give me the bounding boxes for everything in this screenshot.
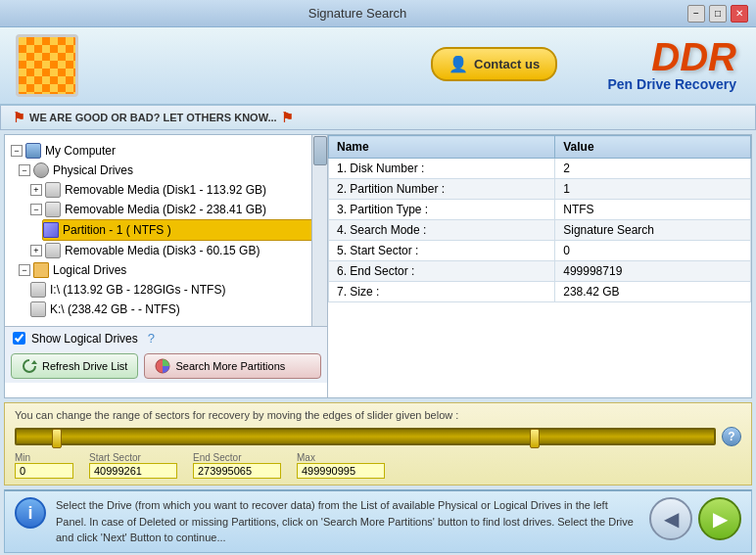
partition-icon (43, 222, 59, 238)
table-row: 4. Search Mode :Signature Search (329, 220, 751, 241)
slider-track[interactable] (15, 428, 716, 445)
hdd-icon (33, 162, 49, 178)
expand-icon-drive2[interactable]: − (30, 204, 42, 215)
window-title: Signature Search (27, 6, 687, 21)
close-button[interactable]: ✕ (731, 5, 748, 23)
end-input[interactable] (193, 463, 281, 479)
slider-help-icon[interactable]: ? (722, 427, 741, 446)
table-row: 1. Disk Number :2 (329, 159, 751, 179)
tree-logical2-label: K:\ (238.42 GB - - NTFS) (50, 302, 180, 316)
tree-area: − My Computer − Physical Drives + Remova… (5, 135, 327, 326)
table-row: 5. Start Sector :0 (329, 241, 751, 261)
slider-handle-left[interactable] (52, 429, 62, 448)
start-input[interactable] (89, 463, 177, 479)
tree-my-computer[interactable]: − My Computer (11, 141, 321, 161)
max-label: Max (297, 452, 315, 463)
logical2-icon (30, 301, 46, 317)
row-value: 2 (555, 159, 751, 179)
maximize-button[interactable]: □ (709, 5, 727, 23)
svg-marker-0 (31, 360, 37, 364)
main-panel: − My Computer − Physical Drives + Remova… (4, 134, 752, 398)
tree-logical1-label: I:\ (113.92 GB - 128GIGs - NTFS) (50, 283, 225, 297)
header: 👤 Contact us DDR Pen Drive Recovery (0, 27, 756, 106)
row-name: 3. Partition Type : (329, 200, 555, 220)
expand-icon-drive3[interactable]: + (30, 245, 42, 256)
expand-icon-logical[interactable]: − (19, 264, 30, 276)
removable-drive2-icon (45, 202, 61, 217)
bottom-buttons: Refresh Drive List Search More Partition… (5, 349, 327, 383)
tree-scrollbar[interactable] (311, 135, 327, 326)
row-value: 238.42 GB (555, 282, 751, 302)
info-text: Select the Drive (from which you want to… (56, 497, 639, 546)
removable-drive3-icon (45, 243, 61, 258)
info-bar: i Select the Drive (from which you want … (4, 489, 752, 553)
col-name-header: Name (329, 136, 555, 159)
row-value: Signature Search (555, 220, 751, 241)
show-logical-label: Show Logical Drives (31, 332, 138, 346)
slider-values: Min Start Sector End Sector Max (15, 452, 741, 479)
computer-icon (25, 143, 41, 159)
show-logical-area: Show Logical Drives ? (5, 326, 327, 349)
expand-icon-drive1[interactable]: + (30, 184, 42, 196)
table-row: 7. Size :238.42 GB (329, 282, 751, 302)
end-label: End Sector (193, 452, 241, 463)
tree-drive3-label: Removable Media (Disk3 - 60.15 GB) (65, 244, 260, 257)
show-logical-checkbox[interactable] (13, 332, 25, 345)
expand-icon-computer[interactable]: − (11, 145, 23, 157)
row-name: 6. End Sector : (329, 261, 555, 282)
min-input[interactable] (15, 463, 73, 479)
table-row: 3. Partition Type :NTFS (329, 200, 751, 220)
row-value: NTFS (555, 200, 751, 220)
search-more-button[interactable]: Search More Partitions (144, 353, 321, 379)
row-name: 1. Disk Number : (329, 159, 555, 179)
minimize-button[interactable]: − (687, 5, 705, 23)
tree-partition1[interactable]: Partition - 1 ( NTFS ) (42, 219, 321, 241)
tree-drive3[interactable]: + Removable Media (Disk3 - 60.15 GB) (30, 241, 321, 260)
title-bar: Signature Search − □ ✕ (0, 0, 756, 27)
row-name: 7. Size : (329, 282, 555, 302)
max-input[interactable] (297, 463, 385, 479)
table-row: 2. Partition Number :1 (329, 179, 751, 200)
scrollbar-thumb[interactable] (313, 136, 327, 165)
info-icon: i (15, 497, 46, 529)
back-button[interactable]: ◀ (649, 497, 692, 540)
row-value: 1 (555, 179, 751, 200)
logical-drives-icon (33, 262, 49, 278)
min-label: Min (15, 452, 30, 463)
logical1-icon (30, 282, 46, 298)
tree-logical-drives[interactable]: − Logical Drives (19, 260, 321, 280)
tree-logical1[interactable]: I:\ (113.92 GB - 128GIGs - NTFS) (30, 280, 321, 300)
table-row: 6. End Sector :499998719 (329, 261, 751, 282)
tree-drive2[interactable]: − Removable Media (Disk2 - 238.41 GB) (30, 200, 321, 219)
tree-partition1-label: Partition - 1 ( NTFS ) (63, 223, 171, 237)
contact-button[interactable]: 👤 Contact us (431, 47, 557, 81)
row-name: 2. Partition Number : (329, 179, 555, 200)
app-logo (16, 34, 78, 97)
nav-buttons: ◀ ▶ (649, 497, 741, 540)
tree-my-computer-label: My Computer (45, 144, 116, 158)
detail-panel: Name Value 1. Disk Number :22. Partition… (328, 135, 751, 397)
help-icon[interactable]: ? (148, 331, 155, 346)
col-value-header: Value (555, 136, 751, 159)
tree-drive1[interactable]: + Removable Media (Disk1 - 113.92 GB) (30, 180, 321, 200)
row-value: 499998719 (555, 261, 751, 282)
slider-handle-right[interactable] (530, 429, 540, 448)
row-name: 5. Start Sector : (329, 241, 555, 261)
tree-drive1-label: Removable Media (Disk1 - 113.92 GB) (65, 183, 266, 197)
brand-title: DDR (651, 35, 736, 79)
brand-subtitle: Pen Drive Recovery (607, 76, 736, 92)
tree-logical2[interactable]: K:\ (238.42 GB - - NTFS) (30, 300, 321, 319)
tree-physical-drives[interactable]: − Physical Drives (19, 161, 321, 180)
start-label: Start Sector (89, 452, 141, 463)
next-button[interactable]: ▶ (698, 497, 741, 540)
tree-drive2-label: Removable Media (Disk2 - 238.41 GB) (65, 203, 266, 216)
refresh-icon (22, 358, 37, 374)
slider-track-container: ? (15, 427, 741, 446)
refresh-button[interactable]: Refresh Drive List (11, 353, 138, 379)
logo-checker-pattern (19, 37, 75, 94)
max-group: Max (297, 452, 385, 479)
rating-bar: ⚑ WE ARE GOOD OR BAD? LET OTHERS KNOW...… (0, 106, 756, 130)
expand-icon-physical[interactable]: − (19, 164, 30, 176)
tree-logical-drives-label: Logical Drives (53, 263, 126, 277)
start-group: Start Sector (89, 452, 177, 479)
